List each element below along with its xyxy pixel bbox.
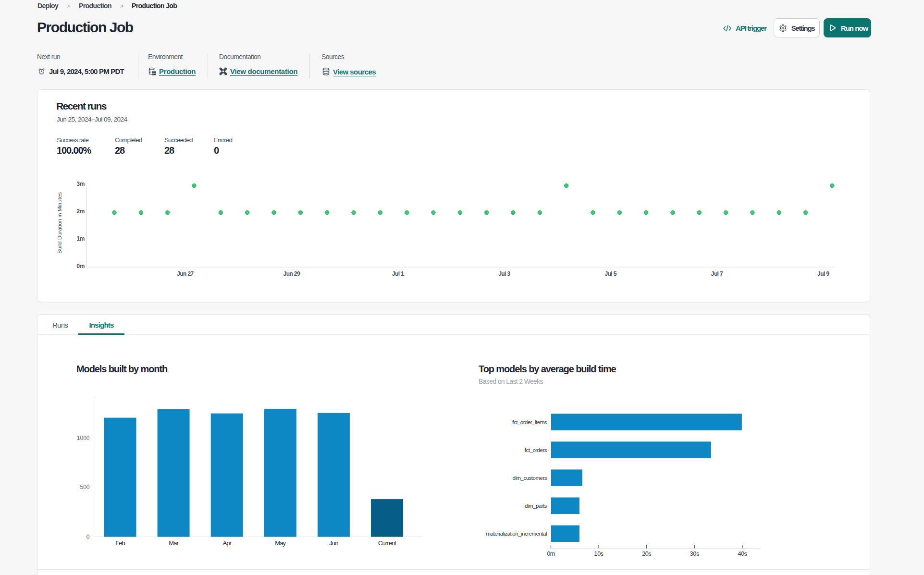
svg-text:2m: 2m [76, 208, 85, 215]
svg-text:0: 0 [86, 534, 90, 540]
svg-text:Jun 27: Jun 27 [177, 270, 194, 277]
svg-text:30s: 30s [690, 551, 699, 557]
svg-text:Jul 5: Jul 5 [605, 270, 617, 277]
svg-text:Feb: Feb [115, 539, 125, 547]
svg-text:500: 500 [80, 484, 89, 490]
svg-text:Jul 9: Jul 9 [817, 270, 829, 277]
svg-text:3m: 3m [76, 181, 85, 187]
svg-text:Jun 29: Jun 29 [283, 270, 300, 277]
svg-text:Jul 7: Jul 7 [711, 270, 723, 277]
svg-text:Apr: Apr [222, 539, 232, 547]
svg-text:May: May [275, 539, 286, 547]
svg-text:40s: 40s [738, 551, 747, 557]
svg-text:fct_orders: fct_orders [525, 447, 547, 453]
svg-text:0m: 0m [547, 551, 555, 557]
svg-text:Build Duration in Minutes: Build Duration in Minutes [57, 192, 62, 254]
svg-text:Jun: Jun [329, 539, 338, 547]
svg-text:dim_customers: dim_customers [513, 475, 547, 481]
svg-text:Mar: Mar [169, 539, 179, 547]
svg-text:materialization_incremental: materialization_incremental [486, 531, 547, 537]
svg-text:Jul 1: Jul 1 [392, 270, 404, 277]
svg-text:1000: 1000 [77, 435, 90, 441]
svg-text:fct_order_items: fct_order_items [512, 419, 547, 425]
svg-text:Current: Current [378, 539, 396, 547]
svg-text:0m: 0m [76, 263, 85, 269]
svg-text:20s: 20s [642, 551, 651, 557]
svg-text:1m: 1m [76, 235, 85, 242]
svg-text:10s: 10s [594, 551, 604, 557]
svg-text:dim_parts: dim_parts [525, 503, 547, 509]
svg-text:Jul 3: Jul 3 [498, 270, 510, 277]
